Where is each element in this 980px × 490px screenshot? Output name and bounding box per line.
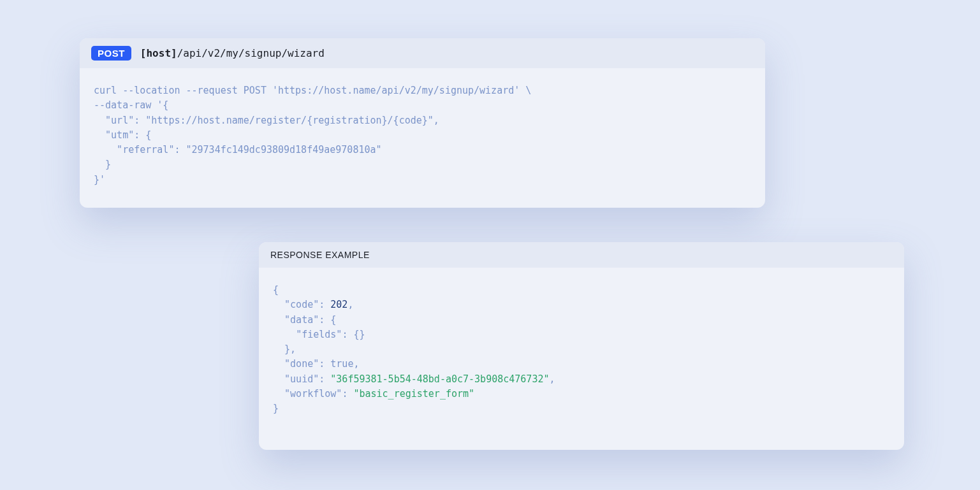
http-method-badge: POST <box>91 46 131 61</box>
response-json-code: { "code": 202, "data": { "fields": {} },… <box>259 268 904 431</box>
request-header: POST [host]/api/v2/my/signup/wizard <box>80 38 765 68</box>
response-header: RESPONSE EXAMPLE <box>259 242 904 268</box>
endpoint-path: [host]/api/v2/my/signup/wizard <box>140 47 325 59</box>
api-response-card: RESPONSE EXAMPLE { "code": 202, "data": … <box>259 242 904 450</box>
api-request-card: POST [host]/api/v2/my/signup/wizard curl… <box>80 38 765 208</box>
endpoint-route: /api/v2/my/signup/wizard <box>177 47 325 59</box>
request-curl-code: curl --location --request POST 'https://… <box>80 68 765 203</box>
endpoint-host: [host] <box>140 47 177 59</box>
response-header-label: RESPONSE EXAMPLE <box>270 250 370 260</box>
